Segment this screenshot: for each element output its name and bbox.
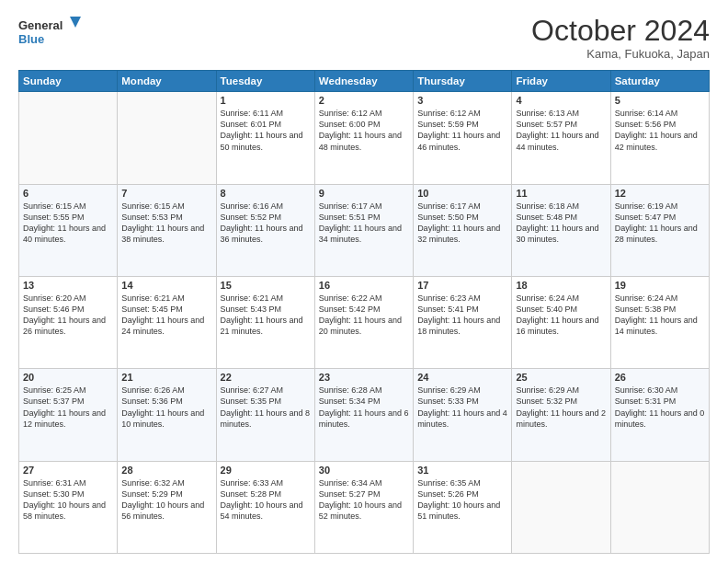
day-number: 28 xyxy=(121,465,211,476)
day-cell: 9Sunrise: 6:17 AMSunset: 5:51 PMDaylight… xyxy=(314,184,413,276)
day-number: 5 xyxy=(615,95,705,106)
day-info: Sunrise: 6:35 AMSunset: 5:26 PMDaylight:… xyxy=(417,477,507,523)
day-info: Sunrise: 6:25 AMSunset: 5:37 PMDaylight:… xyxy=(23,385,113,430)
day-cell: 8Sunrise: 6:16 AMSunset: 5:52 PMDaylight… xyxy=(216,184,314,276)
day-number: 27 xyxy=(23,465,113,476)
day-cell xyxy=(118,92,216,184)
day-info: Sunrise: 6:31 AMSunset: 5:30 PMDaylight:… xyxy=(23,477,113,523)
week-row-1: 1Sunrise: 6:11 AMSunset: 6:01 PMDaylight… xyxy=(19,92,710,184)
day-cell: 7Sunrise: 6:15 AMSunset: 5:53 PMDaylight… xyxy=(118,184,216,276)
day-cell: 22Sunrise: 6:27 AMSunset: 5:35 PMDayligh… xyxy=(216,369,314,461)
day-number: 8 xyxy=(221,188,311,199)
day-cell: 1Sunrise: 6:11 AMSunset: 6:01 PMDaylight… xyxy=(216,92,314,184)
day-info: Sunrise: 6:17 AMSunset: 5:51 PMDaylight:… xyxy=(319,201,409,246)
day-number: 23 xyxy=(319,372,409,383)
day-number: 18 xyxy=(516,280,606,291)
day-number: 10 xyxy=(417,188,507,199)
header: General Blue October 2024 Kama, Fukuoka,… xyxy=(18,15,710,61)
logo: General Blue xyxy=(18,15,83,50)
day-cell: 24Sunrise: 6:29 AMSunset: 5:33 PMDayligh… xyxy=(414,369,512,461)
day-cell: 6Sunrise: 6:15 AMSunset: 5:55 PMDaylight… xyxy=(19,184,118,276)
day-cell: 31Sunrise: 6:35 AMSunset: 5:26 PMDayligh… xyxy=(414,461,512,553)
day-info: Sunrise: 6:15 AMSunset: 5:55 PMDaylight:… xyxy=(23,201,113,246)
day-cell: 5Sunrise: 6:14 AMSunset: 5:56 PMDaylight… xyxy=(610,92,709,184)
day-info: Sunrise: 6:34 AMSunset: 5:27 PMDaylight:… xyxy=(319,477,409,523)
day-info: Sunrise: 6:30 AMSunset: 5:31 PMDaylight:… xyxy=(615,385,705,430)
week-row-2: 6Sunrise: 6:15 AMSunset: 5:55 PMDaylight… xyxy=(19,184,710,276)
day-number: 21 xyxy=(121,372,211,383)
week-row-3: 13Sunrise: 6:20 AMSunset: 5:46 PMDayligh… xyxy=(19,276,710,368)
day-cell xyxy=(610,461,709,553)
svg-text:General: General xyxy=(18,18,63,32)
day-number: 9 xyxy=(319,188,409,199)
day-cell: 20Sunrise: 6:25 AMSunset: 5:37 PMDayligh… xyxy=(19,369,118,461)
col-thursday: Thursday xyxy=(414,71,512,92)
calendar-table: Sunday Monday Tuesday Wednesday Thursday… xyxy=(18,70,710,554)
col-wednesday: Wednesday xyxy=(314,71,413,92)
day-info: Sunrise: 6:14 AMSunset: 5:56 PMDaylight:… xyxy=(615,108,705,153)
day-info: Sunrise: 6:28 AMSunset: 5:34 PMDaylight:… xyxy=(319,385,409,430)
day-number: 3 xyxy=(417,95,507,106)
day-cell: 4Sunrise: 6:13 AMSunset: 5:57 PMDaylight… xyxy=(512,92,610,184)
day-info: Sunrise: 6:23 AMSunset: 5:41 PMDaylight:… xyxy=(417,293,507,338)
day-cell: 21Sunrise: 6:26 AMSunset: 5:36 PMDayligh… xyxy=(118,369,216,461)
title-block: October 2024 Kama, Fukuoka, Japan xyxy=(531,15,710,61)
day-info: Sunrise: 6:26 AMSunset: 5:36 PMDaylight:… xyxy=(121,385,211,430)
day-cell: 3Sunrise: 6:12 AMSunset: 5:59 PMDaylight… xyxy=(414,92,512,184)
day-info: Sunrise: 6:21 AMSunset: 5:45 PMDaylight:… xyxy=(121,293,211,338)
week-row-4: 20Sunrise: 6:25 AMSunset: 5:37 PMDayligh… xyxy=(19,369,710,461)
week-row-5: 27Sunrise: 6:31 AMSunset: 5:30 PMDayligh… xyxy=(19,461,710,553)
month-title: October 2024 xyxy=(531,15,710,47)
day-cell xyxy=(512,461,610,553)
day-number: 11 xyxy=(516,188,606,199)
day-number: 13 xyxy=(23,280,113,291)
day-cell: 12Sunrise: 6:19 AMSunset: 5:47 PMDayligh… xyxy=(610,184,709,276)
day-cell: 30Sunrise: 6:34 AMSunset: 5:27 PMDayligh… xyxy=(314,461,413,553)
day-cell: 13Sunrise: 6:20 AMSunset: 5:46 PMDayligh… xyxy=(19,276,118,368)
day-cell: 23Sunrise: 6:28 AMSunset: 5:34 PMDayligh… xyxy=(314,369,413,461)
day-info: Sunrise: 6:12 AMSunset: 6:00 PMDaylight:… xyxy=(319,108,409,153)
day-info: Sunrise: 6:24 AMSunset: 5:40 PMDaylight:… xyxy=(516,293,606,338)
location: Kama, Fukuoka, Japan xyxy=(531,47,710,61)
logo-svg: General Blue xyxy=(18,15,83,50)
day-cell xyxy=(19,92,118,184)
day-cell: 17Sunrise: 6:23 AMSunset: 5:41 PMDayligh… xyxy=(414,276,512,368)
day-number: 20 xyxy=(23,372,113,383)
day-number: 4 xyxy=(516,95,606,106)
day-number: 14 xyxy=(121,280,211,291)
day-cell: 15Sunrise: 6:21 AMSunset: 5:43 PMDayligh… xyxy=(216,276,314,368)
day-info: Sunrise: 6:32 AMSunset: 5:29 PMDaylight:… xyxy=(121,477,211,523)
day-info: Sunrise: 6:15 AMSunset: 5:53 PMDaylight:… xyxy=(121,201,211,246)
day-cell: 27Sunrise: 6:31 AMSunset: 5:30 PMDayligh… xyxy=(19,461,118,553)
page: General Blue October 2024 Kama, Fukuoka,… xyxy=(0,0,728,563)
day-number: 16 xyxy=(319,280,409,291)
day-number: 1 xyxy=(221,95,311,106)
day-cell: 25Sunrise: 6:29 AMSunset: 5:32 PMDayligh… xyxy=(512,369,610,461)
day-number: 19 xyxy=(615,280,705,291)
calendar-body: 1Sunrise: 6:11 AMSunset: 6:01 PMDaylight… xyxy=(19,92,710,554)
day-info: Sunrise: 6:12 AMSunset: 5:59 PMDaylight:… xyxy=(417,108,507,153)
col-tuesday: Tuesday xyxy=(216,71,314,92)
day-info: Sunrise: 6:33 AMSunset: 5:28 PMDaylight:… xyxy=(221,477,311,523)
col-friday: Friday xyxy=(512,71,610,92)
day-cell: 26Sunrise: 6:30 AMSunset: 5:31 PMDayligh… xyxy=(610,369,709,461)
col-sunday: Sunday xyxy=(19,71,118,92)
day-number: 29 xyxy=(221,465,311,476)
day-info: Sunrise: 6:29 AMSunset: 5:32 PMDaylight:… xyxy=(516,385,606,430)
col-monday: Monday xyxy=(118,71,216,92)
day-info: Sunrise: 6:18 AMSunset: 5:48 PMDaylight:… xyxy=(516,201,606,246)
day-info: Sunrise: 6:27 AMSunset: 5:35 PMDaylight:… xyxy=(221,385,311,430)
day-info: Sunrise: 6:13 AMSunset: 5:57 PMDaylight:… xyxy=(516,108,606,153)
day-number: 25 xyxy=(516,372,606,383)
day-number: 7 xyxy=(121,188,211,199)
day-number: 17 xyxy=(417,280,507,291)
svg-marker-2 xyxy=(70,17,81,28)
day-info: Sunrise: 6:24 AMSunset: 5:38 PMDaylight:… xyxy=(615,293,705,338)
day-number: 31 xyxy=(417,465,507,476)
day-number: 12 xyxy=(615,188,705,199)
day-cell: 29Sunrise: 6:33 AMSunset: 5:28 PMDayligh… xyxy=(216,461,314,553)
day-info: Sunrise: 6:19 AMSunset: 5:47 PMDaylight:… xyxy=(615,201,705,246)
day-info: Sunrise: 6:11 AMSunset: 6:01 PMDaylight:… xyxy=(221,108,311,153)
day-info: Sunrise: 6:29 AMSunset: 5:33 PMDaylight:… xyxy=(417,385,507,430)
day-cell: 19Sunrise: 6:24 AMSunset: 5:38 PMDayligh… xyxy=(610,276,709,368)
